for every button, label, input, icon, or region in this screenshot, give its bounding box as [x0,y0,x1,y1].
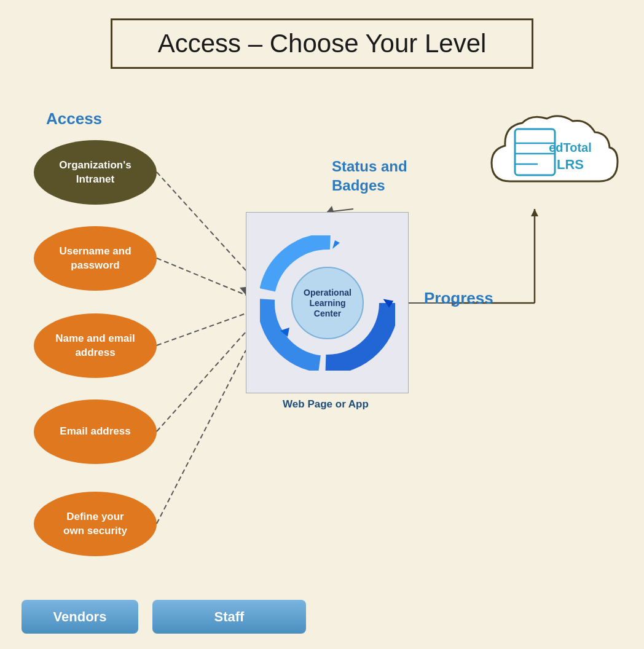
access-label: Access [46,109,102,128]
title-box: Access – Choose Your Level [111,18,533,69]
svg-marker-18 [332,240,340,249]
ellipse-name-email[interactable]: Name and emailaddress [34,313,157,378]
svg-marker-11 [531,209,538,216]
svg-line-5 [157,350,246,524]
staff-button[interactable]: Staff [152,600,306,634]
progress-label: Progress [424,289,493,308]
cloud-container: edTotal LRS [479,108,621,206]
status-badges-label: Status andBadges [332,157,407,195]
svg-text:Operational: Operational [304,288,351,297]
svg-text:LRS: LRS [557,157,584,172]
vendors-button[interactable]: Vendors [22,600,138,634]
svg-line-1 [157,258,246,295]
svg-line-4 [157,332,246,431]
svg-text:edTotal: edTotal [549,141,592,154]
svg-text:Center: Center [313,309,341,318]
svg-text:Learning: Learning [309,298,345,308]
ellipse-username-password[interactable]: Username andpassword [34,226,157,291]
svg-line-3 [157,313,246,345]
ellipse-email-address[interactable]: Email address [34,399,157,464]
center-box-label: Web Page or App [261,398,390,411]
ellipse-org-intranet[interactable]: Organization'sIntranet [34,140,157,205]
circular-arrows-graphic: Operational Learning Center [260,235,395,371]
cloud-shape: edTotal LRS [479,108,621,203]
page-title: Access – Choose Your Level [158,29,487,58]
ellipse-define-security[interactable]: Define yourown security [34,492,157,556]
center-box: Operational Learning Center [246,212,409,393]
svg-line-0 [157,172,246,270]
